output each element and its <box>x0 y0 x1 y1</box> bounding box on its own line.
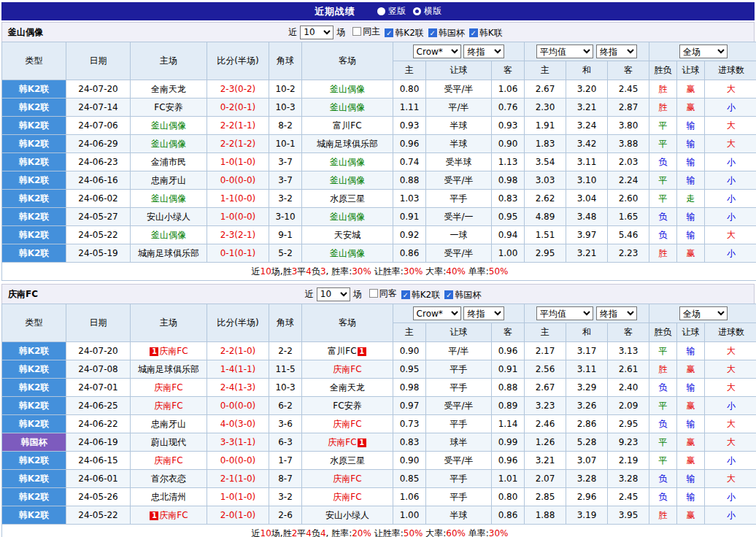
odds-away: 0.90 <box>492 135 525 153</box>
score: 2-0(1-0) <box>207 506 269 525</box>
match-count-select[interactable]: 10 <box>317 287 350 301</box>
home-team-cell: 釜山偶像 <box>131 135 207 153</box>
team-name[interactable]: 忠南牙山 <box>151 419 186 429</box>
checkbox-label: 同客 <box>379 287 397 300</box>
team-name[interactable]: 庆南FC <box>154 455 182 465</box>
team-name[interactable]: 富川FC <box>333 120 361 131</box>
radio-label: 竖版 <box>388 5 406 18</box>
odds-away: 0.89 <box>492 397 525 415</box>
filter-checkbox[interactable]: ✓韩K联 <box>469 27 503 39</box>
result-outcome: 负 <box>649 226 677 244</box>
filter-checkbox[interactable]: ✓韩K2联 <box>401 289 441 301</box>
team-name[interactable]: 釜山偶像 <box>330 102 365 112</box>
team-name[interactable]: 金浦市民 <box>151 157 186 167</box>
checkbox-icon[interactable]: ✓ <box>385 28 393 37</box>
team-name[interactable]: 釜山偶像 <box>330 212 365 222</box>
avg-stage-select[interactable]: 终指 <box>596 45 637 58</box>
team-name[interactable]: 釜山偶像 <box>330 175 365 185</box>
match-date: 24-07-20 <box>66 80 131 98</box>
filter-checkbox[interactable]: ✓韩国杯 <box>444 289 481 301</box>
team-name[interactable]: 安山小绿人 <box>147 212 190 222</box>
red-card-badge: 1 <box>358 347 366 356</box>
match-count-select[interactable]: 10 <box>300 26 333 39</box>
odds-stage-select[interactable]: 终指 <box>463 45 504 58</box>
avg-stage-select[interactable]: 终指 <box>596 306 637 320</box>
summary-segment: 负 <box>312 266 320 277</box>
summary-segment: 20% <box>352 528 371 537</box>
team-name[interactable]: 釜山偶像 <box>330 248 365 258</box>
radio-icon[interactable] <box>413 7 421 15</box>
scope-select[interactable]: 全场 <box>679 306 728 320</box>
team-name[interactable]: 釜山偶像 <box>330 157 365 167</box>
score: 0-2(0-1) <box>207 98 269 117</box>
filter-checkbox[interactable]: 同主 <box>352 26 380 38</box>
team-name[interactable]: 庆南FC <box>328 437 356 447</box>
team-name[interactable]: 釜山偶像 <box>330 84 365 94</box>
match-date: 24-06-16 <box>66 171 131 190</box>
team-name[interactable]: 蔚山现代 <box>151 437 186 447</box>
scope-select[interactable]: 全场 <box>679 45 728 58</box>
team-name[interactable]: 忠北清州 <box>151 492 186 502</box>
team-name[interactable]: 富川FC <box>328 346 356 356</box>
team-name[interactable]: FC安养 <box>333 401 361 411</box>
team-name[interactable]: 水原三星 <box>330 455 365 465</box>
red-card-badge: 1 <box>150 347 158 356</box>
filter-checkbox[interactable]: ✓韩国杯 <box>428 27 465 39</box>
team-name[interactable]: 城南足球俱乐部 <box>138 248 199 258</box>
odds-away: 0.99 <box>492 433 525 452</box>
checkbox-icon[interactable] <box>352 27 361 36</box>
team-name[interactable]: 城南足球俱乐部 <box>317 139 378 149</box>
team-name[interactable]: FC安养 <box>154 102 182 112</box>
match-date: 24-05-27 <box>66 208 131 226</box>
team-name[interactable]: 庆南FC <box>333 474 361 484</box>
checkbox-icon[interactable] <box>369 289 378 298</box>
bookmaker-select[interactable]: Crow* <box>413 45 461 58</box>
team-name[interactable]: 釜山偶像 <box>151 193 186 204</box>
bookmaker-select[interactable]: Crow* <box>413 306 461 320</box>
checkbox-icon[interactable]: ✓ <box>444 290 453 299</box>
checkbox-icon[interactable]: ✓ <box>469 28 478 37</box>
filter-checkbox[interactable]: ✓韩K2联 <box>385 27 424 39</box>
radio-icon[interactable] <box>377 7 385 15</box>
odds-away: 0.86 <box>492 506 525 525</box>
team-name[interactable]: 首尔衣恋 <box>151 474 186 484</box>
col-header-odds-home: 主 <box>393 323 426 342</box>
corners: 8-2 <box>269 117 302 135</box>
team-name[interactable]: 安山小绿人 <box>325 510 369 520</box>
result-goals: 小 <box>705 397 756 415</box>
checkbox-icon[interactable]: ✓ <box>401 290 410 299</box>
team-name[interactable]: 庆南FC <box>154 401 182 411</box>
layout-radio-vertical[interactable]: 竖版 <box>377 5 406 18</box>
team-name[interactable]: 庆南FC <box>333 492 361 502</box>
average-select[interactable]: 平均值 <box>536 45 593 58</box>
team-name[interactable]: 天安城 <box>334 230 360 240</box>
result-goals: 小 <box>705 171 756 190</box>
checkbox-label: 韩K联 <box>479 27 503 39</box>
team-name[interactable]: 庆南FC <box>333 364 361 374</box>
home-team-cell: 釜山偶像 <box>131 226 207 244</box>
layout-radio-horizontal[interactable]: 横版 <box>413 5 441 18</box>
results-table: 类型 日期 主场 比分(半场) 角球 客场 Crow* 终指 平均值 终指 <box>1 304 756 537</box>
odds-handicap: 平手 <box>426 415 492 433</box>
team-name[interactable]: 庆南FC <box>159 346 188 356</box>
odds-home: 0.85 <box>393 470 426 488</box>
team-name[interactable]: 水原三星 <box>330 193 365 204</box>
team-name[interactable]: 全南天龙 <box>151 84 186 94</box>
team-name[interactable]: 釜山偶像 <box>151 120 186 131</box>
team-name[interactable]: 全南天龙 <box>330 382 365 393</box>
odds-away: 0.94 <box>492 226 525 244</box>
team-name[interactable]: 庆南FC <box>159 510 188 520</box>
odds-stage-select[interactable]: 终指 <box>463 306 504 320</box>
team-name[interactable]: 庆南FC <box>333 419 361 429</box>
result-goals: 大 <box>705 415 756 433</box>
team-name[interactable]: 庆南FC <box>154 382 182 393</box>
league-type: 韩K2联 <box>2 153 66 171</box>
filter-checkbox[interactable]: 同客 <box>369 287 397 300</box>
average-select[interactable]: 平均值 <box>536 306 593 320</box>
away-team-cell: 富川FC1 <box>302 342 393 360</box>
checkbox-icon[interactable]: ✓ <box>428 28 437 37</box>
team-name[interactable]: 釜山偶像 <box>151 230 186 240</box>
team-name[interactable]: 忠南牙山 <box>151 175 186 185</box>
team-name[interactable]: 城南足球俱乐部 <box>138 364 199 374</box>
team-name[interactable]: 釜山偶像 <box>151 139 186 149</box>
